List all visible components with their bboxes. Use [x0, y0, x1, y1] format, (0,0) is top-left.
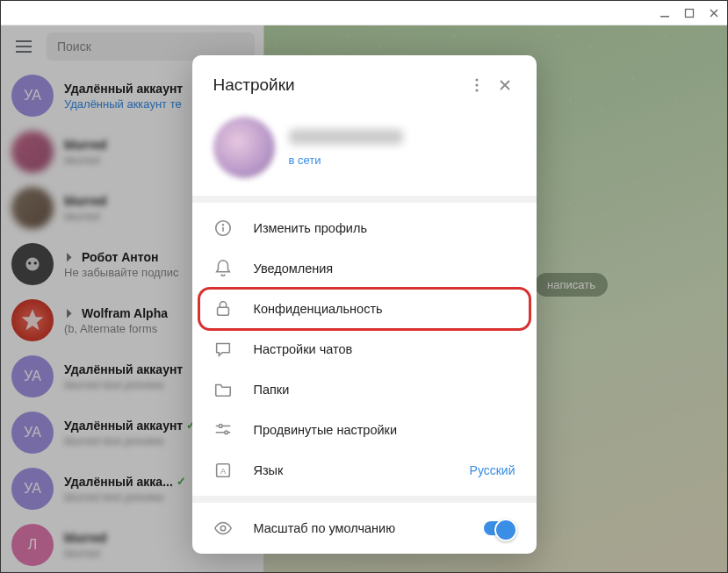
- svg-point-11: [222, 225, 223, 226]
- eye-icon: [213, 519, 233, 538]
- profile-avatar: [213, 117, 275, 178]
- bell-icon: [213, 259, 233, 278]
- menu-label: Продвинутые настройки: [254, 423, 515, 437]
- profile-status: в сети: [289, 154, 515, 167]
- menu-label: Конфиденциальность: [254, 302, 515, 316]
- language-icon: A: [213, 461, 233, 480]
- menu-value: Русский: [470, 463, 515, 477]
- separator: [192, 196, 537, 203]
- menu-item-privacy[interactable]: Конфиденциальность: [192, 289, 537, 329]
- svg-point-19: [220, 526, 226, 531]
- sliders-icon: [213, 420, 233, 440]
- scale-toggle[interactable]: [484, 521, 515, 535]
- profile-section[interactable]: в сети: [192, 111, 537, 196]
- folder-icon: [213, 380, 233, 399]
- svg-rect-0: [660, 16, 669, 18]
- menu-label: Масштаб по умолчанию: [254, 521, 463, 535]
- menu-item-notifications[interactable]: Уведомления: [192, 248, 537, 289]
- more-menu-button[interactable]: [463, 71, 491, 99]
- lock-icon: [213, 299, 233, 319]
- svg-rect-1: [686, 9, 694, 17]
- menu-label: Настройки чатов: [254, 342, 515, 356]
- profile-name: [289, 129, 403, 145]
- window-close-button[interactable]: [708, 7, 720, 19]
- minimize-button[interactable]: [659, 7, 671, 19]
- separator: [192, 496, 537, 503]
- svg-point-16: [224, 431, 227, 434]
- settings-modal: Настройки в сети Изменить профиль: [192, 55, 537, 554]
- svg-point-14: [219, 425, 222, 428]
- menu-label: Уведомления: [254, 261, 515, 276]
- modal-overlay[interactable]: Настройки в сети Изменить профиль: [1, 25, 727, 572]
- menu-item-language[interactable]: A Язык Русский: [192, 450, 537, 491]
- menu-label: Язык: [254, 463, 449, 477]
- modal-title: Настройки: [213, 75, 463, 95]
- menu-label: Папки: [254, 383, 515, 397]
- menu-item-default-scale[interactable]: Масштаб по умолчанию: [192, 508, 537, 548]
- svg-point-8: [475, 89, 478, 91]
- info-icon: [213, 218, 233, 238]
- close-button[interactable]: [491, 71, 519, 99]
- svg-text:A: A: [220, 467, 226, 476]
- menu-item-advanced[interactable]: Продвинутые настройки: [192, 410, 537, 450]
- chat-icon: [213, 340, 233, 359]
- menu-item-chat-settings[interactable]: Настройки чатов: [192, 329, 537, 369]
- menu-label: Изменить профиль: [254, 221, 515, 235]
- settings-menu: Изменить профиль Уведомления Конфиденциа…: [192, 203, 537, 496]
- menu-item-folders[interactable]: Папки: [192, 369, 537, 410]
- window-titlebar: [1, 1, 727, 25]
- svg-rect-12: [217, 307, 228, 315]
- svg-point-7: [475, 83, 478, 86]
- menu-item-edit-profile[interactable]: Изменить профиль: [192, 208, 537, 248]
- svg-point-6: [475, 78, 478, 81]
- maximize-button[interactable]: [683, 7, 696, 19]
